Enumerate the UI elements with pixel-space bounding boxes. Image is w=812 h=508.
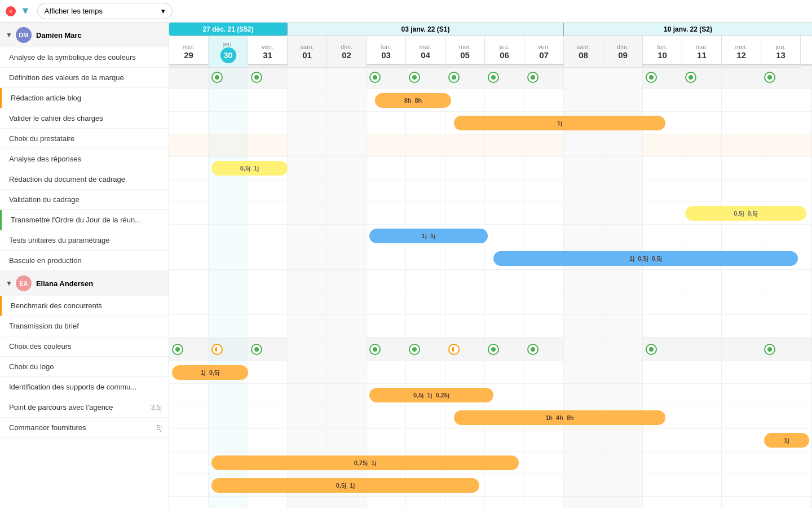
gantt-row-redaction bbox=[169, 134, 812, 157]
status-circle[interactable] bbox=[211, 344, 223, 355]
task-item[interactable]: Transmettre l'Ordre du Jour de la réun..… bbox=[0, 210, 169, 230]
task-item[interactable]: Validation du cadrage bbox=[0, 190, 169, 210]
gantt-row bbox=[169, 292, 812, 315]
dropdown-arrow-icon: ▾ bbox=[161, 7, 165, 15]
gantt-row bbox=[169, 179, 812, 202]
status-circle[interactable] bbox=[764, 344, 775, 355]
expand-icon[interactable]: ▼ bbox=[20, 5, 30, 17]
gantt-bar: 0,5j1j0,25j bbox=[369, 388, 493, 402]
task-item[interactable]: Analyse de la symbolique des couleurs bbox=[0, 47, 169, 68]
day-col-03: lun.03 bbox=[367, 36, 406, 68]
status-circle[interactable] bbox=[369, 344, 381, 355]
day-col-11: mar.11 bbox=[682, 36, 722, 68]
weeks-row: 27 déc. 21 (S52) 03 janv. 22 (S1) 10 jan… bbox=[169, 23, 812, 36]
task-item[interactable]: Analyse des réponses bbox=[0, 149, 169, 169]
gantt-row-damien-header bbox=[169, 65, 812, 89]
gantt-bar: 0,5j0,5j bbox=[685, 206, 806, 221]
task-item[interactable]: Benchmark des concurrents bbox=[0, 296, 169, 316]
status-circle[interactable] bbox=[251, 344, 262, 355]
gantt-bar: 1h4h8h bbox=[454, 410, 665, 425]
week-label-s2: 10 janv. 22 (S2) bbox=[564, 23, 812, 36]
task-item[interactable]: Bascule en production bbox=[0, 251, 169, 271]
gantt-bar: 8h8h bbox=[375, 93, 451, 108]
gantt-bar: 0,5j1j bbox=[211, 478, 479, 493]
task-item[interactable]: Tests unitaires du paramétrage bbox=[0, 230, 169, 251]
gantt-row: 0,75j1j bbox=[169, 452, 812, 474]
person-header-ellana[interactable]: ▼ EA Ellana Andersen bbox=[0, 271, 169, 296]
status-circle[interactable] bbox=[527, 344, 539, 355]
dropdown-label: Afficher les temps bbox=[45, 7, 103, 15]
day-col-09: dim.09 bbox=[603, 36, 643, 68]
gantt-header: 27 déc. 21 (S52) 03 janv. 22 (S1) 10 jan… bbox=[169, 23, 812, 65]
person-name-ellana: Ellana Andersen bbox=[36, 279, 93, 288]
task-item[interactable]: Commander fournitures 5j bbox=[0, 418, 169, 438]
day-col-29: mer.29 bbox=[169, 36, 209, 68]
day-col-13: jeu.13 bbox=[761, 36, 801, 68]
gantt-row: 1j bbox=[169, 429, 812, 452]
status-circle[interactable] bbox=[685, 72, 696, 83]
topbar: × ▼ Afficher les temps ▾ bbox=[0, 0, 812, 23]
day-col-12: mer.12 bbox=[722, 36, 761, 68]
day-col-05: mer.05 bbox=[445, 36, 485, 68]
day-col-10: lun.10 bbox=[643, 36, 682, 68]
week-label-s1: 03 janv. 22 (S1) bbox=[288, 23, 564, 36]
status-circle[interactable] bbox=[646, 72, 657, 83]
gantt-row bbox=[169, 270, 812, 292]
status-circle[interactable] bbox=[646, 344, 657, 355]
gantt-row: 1j1j bbox=[169, 225, 812, 247]
gantt-bar: 1j0,5j0,5j bbox=[493, 251, 798, 266]
toggle-icon-damien: ▼ bbox=[6, 31, 12, 39]
gantt-row: 0,5j0,5j bbox=[169, 202, 812, 225]
task-item[interactable]: Choix des couleurs bbox=[0, 336, 169, 357]
status-circle[interactable] bbox=[448, 72, 460, 83]
task-item[interactable]: Définition des valeurs de la marque bbox=[0, 68, 169, 88]
display-dropdown[interactable]: Afficher les temps ▾ bbox=[37, 3, 173, 19]
gantt-bar: 1j0,5j bbox=[172, 365, 248, 380]
week-label-s52: 27 déc. 21 (S52) bbox=[169, 23, 288, 36]
person-name-damien: Damien Marc bbox=[36, 31, 82, 40]
day-col-01: sam.01 bbox=[288, 36, 327, 68]
status-circle[interactable] bbox=[211, 72, 223, 83]
task-item[interactable]: Choix du logo bbox=[0, 357, 169, 377]
day-col-31: ven.31 bbox=[248, 36, 288, 68]
close-button[interactable]: × bbox=[6, 6, 16, 16]
task-item[interactable]: Identification des supports de commu... bbox=[0, 377, 169, 397]
gantt-row: 1j0,5j bbox=[169, 361, 812, 384]
gantt-row bbox=[169, 315, 812, 338]
status-circle[interactable] bbox=[251, 72, 262, 83]
gantt-row: 0,5j1j bbox=[169, 474, 812, 497]
status-circle[interactable] bbox=[527, 72, 539, 83]
task-item[interactable]: Choix du prestataire bbox=[0, 129, 169, 149]
task-item[interactable]: Transmission du brief bbox=[0, 316, 169, 336]
status-circle[interactable] bbox=[764, 72, 775, 83]
gantt-bar: 1j1j bbox=[369, 229, 488, 243]
task-item[interactable]: Rédaction du document de cadrage bbox=[0, 169, 169, 190]
day-col-06: jeu.06 bbox=[485, 36, 524, 68]
app: × ▼ Afficher les temps ▾ ▼ DM Damien Mar… bbox=[0, 0, 812, 508]
status-circle[interactable] bbox=[448, 344, 460, 355]
person-group-damien: ▼ DM Damien Marc Analyse de la symboliqu… bbox=[0, 23, 169, 271]
day-col-08: sam.08 bbox=[564, 36, 603, 68]
day-col-04: mar.04 bbox=[406, 36, 445, 68]
main-layout: ▼ DM Damien Marc Analyse de la symboliqu… bbox=[0, 23, 812, 508]
status-circle[interactable] bbox=[488, 72, 499, 83]
day-col-30: jeu.30 bbox=[209, 36, 248, 68]
day-col-02: dim.02 bbox=[327, 36, 367, 68]
person-header-damien[interactable]: ▼ DM Damien Marc bbox=[0, 23, 169, 47]
gantt-row: 0,5j1j bbox=[169, 157, 812, 179]
person-group-ellana: ▼ EA Ellana Andersen Benchmark des concu… bbox=[0, 271, 169, 438]
status-circle[interactable] bbox=[369, 72, 381, 83]
gantt-area: 27 déc. 21 (S52) 03 janv. 22 (S1) 10 jan… bbox=[169, 23, 812, 508]
toggle-icon-ellana: ▼ bbox=[6, 279, 12, 287]
task-item[interactable]: Point de parcours avec l'agence 3,5j bbox=[0, 397, 169, 418]
status-circle[interactable] bbox=[409, 72, 420, 83]
task-item-redaction[interactable]: Rédaction article blog bbox=[0, 88, 169, 108]
status-circle[interactable] bbox=[172, 344, 183, 355]
task-item[interactable]: Valider le cahier des charges bbox=[0, 108, 169, 129]
status-circle[interactable] bbox=[409, 344, 420, 355]
gantt-bar: 1j bbox=[454, 116, 665, 130]
gantt-row: 1h4h8h bbox=[169, 406, 812, 429]
days-row: mer.29 jeu.30 ven.31 sam.01 dim.02 lun.0… bbox=[169, 36, 812, 65]
gantt-bar: 0,5j1j bbox=[211, 161, 288, 176]
status-circle[interactable] bbox=[488, 344, 499, 355]
